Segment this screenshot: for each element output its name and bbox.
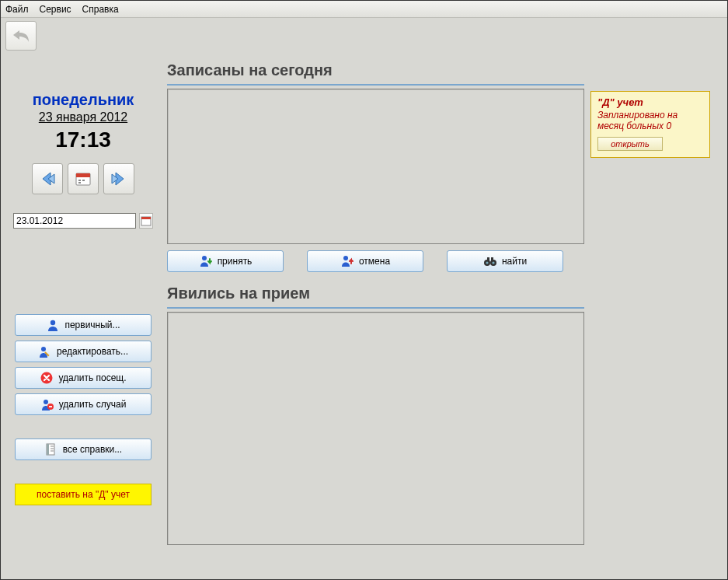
- svg-rect-5: [82, 180, 85, 181]
- accept-button[interactable]: принять: [167, 250, 284, 272]
- menu-file[interactable]: Файл: [5, 4, 29, 15]
- svg-point-11: [51, 320, 55, 325]
- side-buttons: первичный... редактировать... удалить по…: [5, 314, 161, 505]
- svg-rect-4: [78, 180, 81, 181]
- svg-rect-27: [491, 257, 493, 261]
- menubar: Файл Сервис Справка: [1, 1, 727, 18]
- svg-point-23: [343, 256, 348, 260]
- edit-label: редактировать...: [57, 346, 128, 357]
- primary-label: первичный...: [64, 320, 120, 330]
- date-picker-button[interactable]: [139, 213, 153, 229]
- d-note-open-button[interactable]: открыть: [597, 137, 663, 151]
- scheduled-actions: принять отмена найти: [167, 250, 584, 272]
- calendar-icon: [75, 170, 92, 187]
- arrived-listbox[interactable]: [167, 312, 584, 545]
- scheduled-listbox[interactable]: [167, 89, 584, 244]
- svg-rect-26: [487, 257, 489, 261]
- delete-red-icon: [40, 371, 54, 385]
- cancel-label: отмена: [359, 256, 390, 267]
- date-nav-row: [5, 163, 161, 194]
- calendar-small-icon: [141, 215, 152, 226]
- cancel-button[interactable]: отмена: [307, 250, 423, 272]
- svg-point-15: [44, 400, 48, 404]
- put-on-d-label: поставить на "Д" учет: [37, 489, 130, 500]
- d-note: "Д" учет Запланировано на месяц больных …: [590, 91, 710, 158]
- right-panel: "Д" учет Запланировано на месяц больных …: [590, 54, 723, 545]
- binoculars-icon: [483, 254, 497, 268]
- delete-visit-label: удалить посещ.: [58, 372, 126, 383]
- svg-rect-6: [78, 182, 81, 183]
- today-button[interactable]: [68, 163, 99, 194]
- separator-1: [167, 84, 584, 86]
- svg-point-12: [41, 347, 46, 351]
- date-input[interactable]: [13, 213, 136, 229]
- delete-case-label: удалить случай: [59, 399, 127, 410]
- menu-help[interactable]: Справка: [82, 4, 119, 15]
- svg-rect-3: [76, 173, 90, 177]
- person-down-icon: [199, 254, 213, 268]
- day-of-week: понедельник: [5, 91, 161, 109]
- svg-rect-18: [47, 444, 49, 455]
- person-up-icon: [340, 254, 354, 268]
- undo-arrow-icon: [12, 28, 30, 44]
- d-note-open-label: открыть: [611, 139, 650, 148]
- delete-visit-button[interactable]: удалить посещ.: [15, 367, 152, 389]
- person-remove-icon: [40, 397, 54, 411]
- svg-rect-10: [141, 217, 151, 219]
- clock: 17:13: [5, 128, 161, 152]
- arrow-left-icon: [39, 170, 56, 187]
- arrived-heading: Явились на прием: [167, 285, 584, 302]
- accept-label: принять: [218, 256, 253, 267]
- delete-case-button[interactable]: удалить случай: [15, 393, 152, 415]
- edit-button[interactable]: редактировать...: [15, 341, 152, 362]
- separator-2: [167, 307, 584, 309]
- center-panel: Записаны на сегодня принять отмена най: [161, 54, 590, 545]
- next-day-button[interactable]: [103, 163, 134, 194]
- back-button[interactable]: [5, 21, 37, 51]
- prev-day-button[interactable]: [32, 163, 63, 194]
- menu-service[interactable]: Сервис: [40, 4, 71, 15]
- person-edit-icon: [38, 344, 52, 358]
- document-icon: [44, 442, 58, 456]
- svg-point-28: [486, 261, 488, 264]
- date-long: 23 января 2012: [5, 110, 161, 124]
- d-note-text: Запланировано на месяц больных 0: [597, 110, 703, 132]
- svg-point-22: [202, 256, 207, 260]
- toolbar: [1, 18, 727, 54]
- find-label: найти: [502, 256, 527, 267]
- d-note-title: "Д" учет: [597, 96, 703, 108]
- main-area: понедельник 23 января 2012 17:13: [1, 54, 727, 548]
- primary-button[interactable]: первичный...: [15, 314, 152, 336]
- all-certs-button[interactable]: все справки...: [15, 438, 152, 460]
- find-button[interactable]: найти: [447, 250, 563, 272]
- all-certs-label: все справки...: [63, 444, 122, 455]
- person-blue-icon: [46, 318, 60, 332]
- left-panel: понедельник 23 января 2012 17:13: [5, 54, 161, 545]
- arrow-right-icon: [110, 170, 127, 187]
- date-input-row: [5, 213, 161, 229]
- svg-point-29: [492, 261, 494, 264]
- scheduled-heading: Записаны на сегодня: [167, 61, 584, 79]
- put-on-d-button[interactable]: поставить на "Д" учет: [15, 484, 152, 505]
